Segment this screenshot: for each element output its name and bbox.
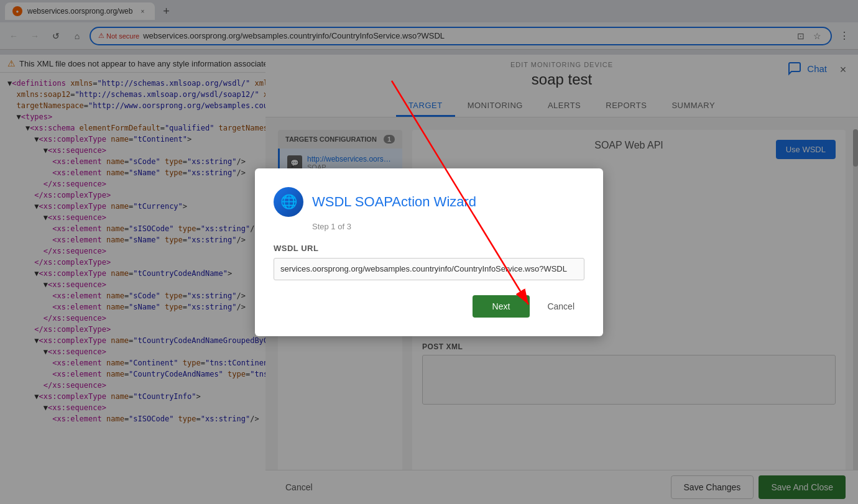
wsdl-url-input[interactable] [274,258,584,280]
wizard-cancel-button[interactable]: Cancel [537,295,584,318]
globe-icon: 🌐 [274,187,303,217]
modal-overlay: 🌐 WSDL SOAPAction Wizard Step 1 of 3 WSD… [0,0,858,504]
next-button[interactable]: Next [473,295,530,318]
wizard-title: WSDL SOAPAction Wizard [312,194,476,210]
wsdl-url-label: WSDL URL [274,244,584,253]
wsdl-wizard-modal: 🌐 WSDL SOAPAction Wizard Step 1 of 3 WSD… [255,168,603,336]
modal-buttons: Next Cancel [274,295,584,318]
modal-header: 🌐 WSDL SOAPAction Wizard [274,187,584,217]
wizard-step: Step 1 of 3 [274,222,584,231]
